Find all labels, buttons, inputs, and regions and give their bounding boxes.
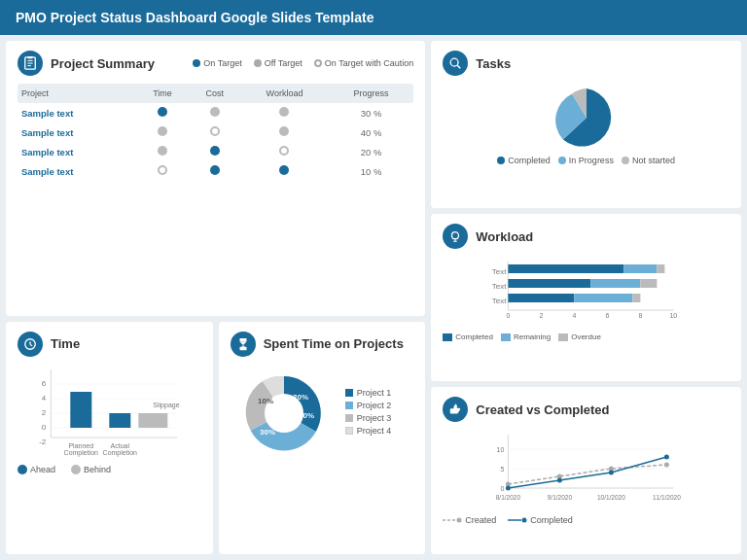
wb-row1-overdue (658, 264, 665, 273)
row-time (136, 142, 190, 161)
cvc-completed-p4 (664, 455, 669, 460)
hourglass-icon (236, 337, 250, 351)
row-time (136, 161, 190, 181)
planned-bar (70, 392, 91, 428)
main-content: Project Summary On Target Off Target (0, 35, 747, 560)
svg-rect-24 (239, 338, 246, 342)
svg-text:Actual: Actual (111, 442, 130, 449)
project3-legend: Project 3 (345, 413, 392, 423)
behind-dot (71, 465, 81, 474)
donut-legend: Project 1 Project 2 Project 3 (345, 388, 392, 438)
row-workload (240, 103, 329, 122)
bottom-row: Time 6 (6, 322, 425, 554)
project1-legend: Project 1 (345, 388, 392, 398)
cvc-title: Created vs Completed (476, 402, 609, 417)
cvc-icon (443, 397, 468, 422)
slippage-bar (138, 413, 167, 428)
svg-text:10: 10 (497, 446, 505, 453)
svg-text:Completion: Completion (64, 449, 99, 457)
wb-row1-completed (509, 264, 624, 273)
completed-legend: Completed (497, 156, 551, 165)
cvc-line-chart: 10 5 0 8/1/2020 9/1/2020 10/1/2020 11/1/… (443, 430, 729, 508)
not-started-dot (622, 157, 629, 164)
row-name: Sample text (18, 103, 136, 122)
search-icon (448, 56, 462, 70)
wb-row1-remaining (624, 264, 658, 273)
project-summary-icon (18, 51, 43, 76)
spent-time-card: Spent Time on Projects (219, 322, 426, 554)
svg-text:10%: 10% (258, 397, 273, 405)
tasks-pie-chart (543, 84, 630, 152)
row-name: Sample text (18, 142, 136, 161)
page: PMO Project Status Dashboard Google Slid… (0, 0, 747, 560)
svg-text:10/1/2020: 10/1/2020 (597, 494, 625, 501)
svg-text:6: 6 (606, 312, 610, 319)
page-title: PMO Project Status Dashboard Google Slid… (16, 10, 374, 25)
svg-point-33 (450, 58, 458, 66)
actual-bar (109, 413, 130, 428)
row-name: Sample text (18, 122, 136, 142)
tasks-legend: Completed In Progress Not started (443, 156, 729, 165)
time-card: Time 6 (6, 322, 213, 554)
cvc-legend: Created Completed (443, 515, 729, 525)
project2-label: Project 2 (357, 401, 392, 410)
ps-legend: On Target Off Target On Target with Caut… (193, 58, 413, 68)
completed-line (509, 457, 667, 488)
wb-row3-overdue (633, 294, 641, 302)
wb-row2-completed (509, 279, 591, 288)
row-progress: 10 % (329, 161, 413, 181)
tasks-title: Tasks (476, 56, 511, 71)
row-progress: 40 % (329, 122, 413, 142)
legend-caution: On Target with Caution (314, 58, 413, 68)
wb-remaining-legend: Remaining (501, 332, 551, 341)
caution-label: On Target with Caution (325, 58, 413, 68)
wb-completed-dot (443, 333, 452, 341)
svg-text:4: 4 (573, 312, 577, 319)
svg-text:2: 2 (540, 312, 544, 319)
behind-label: Behind (84, 465, 111, 474)
table-row: Sample text 30 % (18, 103, 413, 122)
row-cost (189, 103, 240, 122)
tasks-card: Tasks (431, 41, 741, 208)
created-legend: Created (443, 515, 496, 525)
cvc-completed-p2 (557, 478, 562, 483)
created-vs-completed-card: Created vs Completed 10 5 0 8/1/2020 9/1… (431, 387, 741, 554)
donut-chart: 20% 40% 30% 10% (231, 365, 338, 462)
col-project: Project (18, 84, 136, 103)
project4-label: Project 4 (357, 426, 392, 436)
wb-overdue-label: Overdue (571, 332, 601, 341)
svg-text:30%: 30% (260, 428, 275, 437)
ahead-label: Ahead (30, 465, 55, 474)
svg-text:-2: -2 (39, 438, 47, 446)
svg-line-7 (30, 344, 32, 345)
svg-text:0: 0 (507, 312, 511, 319)
svg-point-35 (452, 232, 459, 239)
svg-rect-4 (27, 56, 32, 58)
row-time (136, 103, 190, 122)
created-line (509, 465, 667, 484)
workload-card: Workload Text Text Text (431, 214, 741, 381)
completed-dot (497, 157, 505, 164)
svg-text:0: 0 (42, 423, 47, 432)
svg-rect-25 (239, 347, 246, 351)
svg-text:4: 4 (42, 394, 47, 402)
project3-dot (345, 414, 353, 422)
row-cost (189, 142, 240, 161)
legend-on-target: On Target (193, 58, 241, 68)
project-table: Project Time Cost Workload Progress Samp… (18, 84, 413, 181)
svg-text:6: 6 (42, 379, 47, 388)
svg-text:5: 5 (501, 466, 505, 472)
wb-completed-label: Completed (455, 332, 493, 341)
svg-text:9/1/2020: 9/1/2020 (548, 494, 573, 501)
col-workload: Workload (240, 84, 329, 103)
brain-icon (448, 229, 462, 243)
left-column: Project Summary On Target Off Target (6, 41, 425, 554)
legend-off-target: Off Target (254, 58, 302, 68)
cvc-completed-p1 (506, 486, 511, 491)
svg-text:10: 10 (670, 312, 678, 319)
row-progress: 20 % (329, 142, 413, 161)
not-started-legend: Not started (622, 156, 675, 165)
project4-dot (345, 427, 353, 435)
svg-text:40%: 40% (299, 411, 314, 420)
row-time (136, 122, 190, 142)
